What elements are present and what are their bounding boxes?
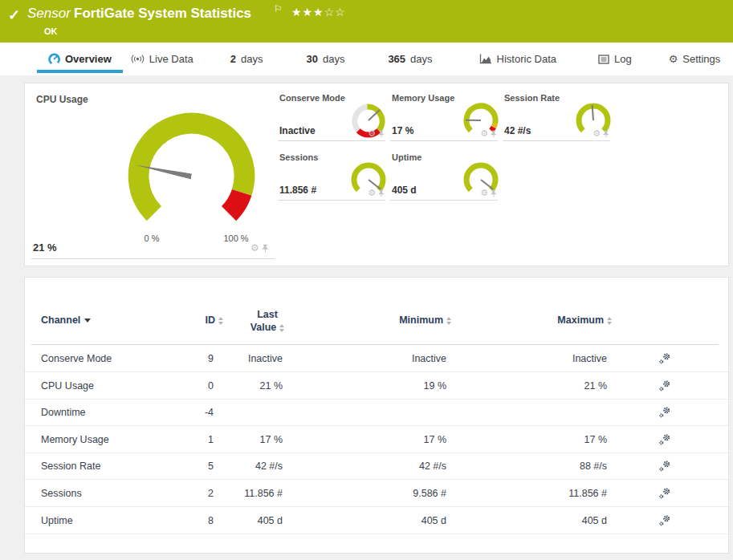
- channel-settings-gears-icon[interactable]: [658, 406, 673, 420]
- cpu-scale-max: 100 %: [223, 233, 248, 243]
- channel-id: 1: [137, 426, 214, 453]
- channel-id: 8: [137, 507, 214, 534]
- last-value: 17 %: [223, 426, 283, 453]
- tab-365-days-unit: days: [410, 53, 432, 65]
- last-value: Inactive: [223, 345, 283, 372]
- cpu-panel-divider: [31, 258, 275, 259]
- gear-icon[interactable]: ⚙: [368, 189, 376, 197]
- channel-id: -4: [137, 399, 214, 426]
- tab-overview-label: Overview: [65, 53, 112, 65]
- flag-icon[interactable]: ⚐: [274, 3, 283, 14]
- sort-toggle-icon: [218, 317, 223, 325]
- panel-actions: ⚙: [593, 129, 609, 138]
- pin-icon[interactable]: [262, 244, 269, 253]
- cpu-scale-min: 0 %: [145, 233, 160, 243]
- pin-icon[interactable]: [378, 130, 385, 138]
- maximum-value: Inactive: [531, 345, 607, 372]
- gauges-card: CPU Usage 0 % 100 % 21 % ⚙ Conserve Mode…: [24, 83, 729, 266]
- pin-icon[interactable]: [378, 189, 385, 197]
- gauge-panel-session-rate: Session Rate 42 #/s ⚙: [503, 91, 610, 141]
- channel-settings-gears-icon[interactable]: [658, 460, 673, 474]
- tab-2-days[interactable]: 2 days: [226, 43, 268, 75]
- gauge-panel-memory-usage: Memory Usage 17 % ⚙: [390, 91, 498, 141]
- panel-actions: ⚙: [368, 129, 385, 138]
- stars-empty[interactable]: ☆☆: [324, 6, 346, 18]
- panel-actions: ⚙: [480, 129, 497, 138]
- table-row-uptime: Uptime 8 405 d 405 d 405 d: [25, 507, 728, 534]
- channel-id: 5: [137, 452, 214, 480]
- table-row-conserve-mode: Conserve Mode 9 Inactive Inactive Inacti…: [25, 345, 728, 372]
- channel-name[interactable]: CPU Usage: [41, 372, 94, 400]
- channel-settings-gears-icon[interactable]: [658, 514, 673, 529]
- tab-30-days[interactable]: 30 days: [301, 43, 349, 75]
- gauge-title: Session Rate: [504, 93, 560, 103]
- tab-historic-data[interactable]: Historic Data: [474, 43, 561, 75]
- panel-actions: ⚙: [368, 189, 385, 197]
- maximum-value: 17 %: [531, 426, 607, 453]
- tab-30-days-unit: days: [323, 53, 344, 65]
- tab-settings-label: Settings: [682, 53, 720, 65]
- tab-bar: Overview Live Data 2 days 30 days 365 da…: [0, 43, 733, 75]
- pin-icon[interactable]: [491, 130, 497, 138]
- minimum-value: 19 %: [371, 372, 446, 400]
- tab-log-label: Log: [614, 53, 632, 65]
- stars-filled[interactable]: ★★★: [291, 6, 324, 18]
- gauge-panel-uptime: Uptime 405 d ⚙: [390, 151, 498, 201]
- tab-historic-data-label: Historic Data: [497, 53, 556, 65]
- tab-log[interactable]: Log: [593, 43, 637, 75]
- tab-live-data[interactable]: Live Data: [126, 43, 198, 75]
- gear-icon[interactable]: ⚙: [480, 129, 488, 138]
- channel-settings-gears-icon[interactable]: [658, 352, 673, 367]
- tab-2-days-unit: days: [241, 53, 263, 65]
- column-header-minimum[interactable]: Minimum: [339, 314, 451, 326]
- tab-30-days-number: 30: [306, 53, 317, 65]
- gauge-value: 42 #/s: [504, 125, 531, 136]
- channel-name[interactable]: Uptime: [41, 507, 73, 534]
- column-header-last-value[interactable]: LastValue: [234, 308, 301, 334]
- channel-name[interactable]: Session Rate: [41, 452, 100, 480]
- tab-settings[interactable]: ⚙ Settings: [664, 43, 726, 75]
- prtg-sensor-page: { "colors": { "header_green": "#a9ba0e",…: [0, 0, 733, 560]
- pin-icon[interactable]: [603, 130, 609, 138]
- channel-settings-gears-icon[interactable]: [658, 433, 673, 448]
- tab-365-days-number: 365: [388, 53, 405, 65]
- gauge-title: Uptime: [392, 152, 421, 162]
- minimum-value: 17 %: [371, 426, 446, 453]
- channel-name[interactable]: Downtime: [41, 399, 86, 426]
- tab-2-days-number: 2: [230, 53, 236, 65]
- tab-overview[interactable]: Overview: [37, 43, 123, 75]
- pin-icon[interactable]: [491, 189, 497, 197]
- gauge-value: 405 d: [392, 185, 417, 196]
- tab-365-days[interactable]: 365 days: [383, 43, 437, 75]
- column-header-id[interactable]: ID: [139, 314, 223, 326]
- gear-icon[interactable]: ⚙: [480, 189, 488, 197]
- sensor-title: FortiGate System Statistics: [74, 6, 251, 22]
- channel-id: 2: [137, 480, 214, 507]
- last-value: 11.856 #: [223, 480, 283, 507]
- table-row-session-rate: Session Rate 5 42 #/s 42 #/s 88 #/s: [25, 452, 728, 480]
- channel-settings-gears-icon[interactable]: [658, 379, 673, 394]
- column-header-channel[interactable]: Channel: [41, 314, 91, 326]
- gear-icon[interactable]: ⚙: [593, 129, 601, 138]
- gauge-value: Inactive: [279, 125, 316, 136]
- last-value: 21 %: [223, 372, 283, 400]
- sort-toggle-icon: [279, 324, 284, 332]
- priority-stars[interactable]: ★★★☆☆: [291, 6, 346, 18]
- gear-icon[interactable]: ⚙: [250, 243, 259, 253]
- channel-name[interactable]: Memory Usage: [41, 426, 109, 453]
- cpu-panel-actions: ⚙: [250, 243, 269, 253]
- sensor-header: ✓ Sensor FortiGate System Statistics ⚐ ★…: [0, 0, 733, 43]
- channel-settings-gears-icon[interactable]: [658, 487, 673, 501]
- gear-icon[interactable]: ⚙: [368, 129, 376, 138]
- gear-icon: ⚙: [669, 54, 678, 64]
- column-header-maximum[interactable]: Maximum: [499, 314, 612, 326]
- minimum-value: Inactive: [371, 345, 446, 372]
- maximum-value: 21 %: [531, 372, 607, 400]
- sort-desc-icon: [84, 319, 91, 323]
- maximum-value: 88 #/s: [531, 452, 607, 480]
- table-row-downtime: Downtime -4: [25, 399, 728, 426]
- channel-name[interactable]: Conserve Mode: [41, 345, 112, 372]
- channel-name[interactable]: Sessions: [41, 480, 82, 507]
- gauge-needle: [466, 120, 481, 121]
- maximum-value: 405 d: [531, 507, 607, 534]
